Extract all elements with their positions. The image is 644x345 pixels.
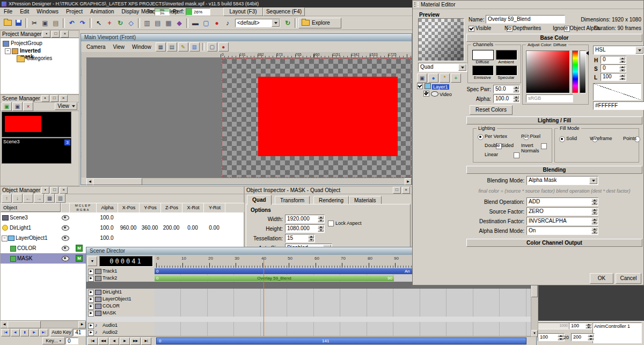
tessellation-field[interactable]: 15: [285, 234, 315, 243]
material-name-field[interactable]: Overlay 59_Blend: [486, 15, 565, 24]
delete-scene-icon[interactable]: ×: [23, 102, 33, 111]
color-mode-combo-arrow[interactable]: [635, 47, 643, 54]
column-header-badges[interactable]: MCLEPRGBA: [69, 203, 97, 213]
timeline-progress-bar[interactable]: 0 141: [156, 337, 526, 344]
reset-colors-button[interactable]: Reset Colors: [470, 105, 513, 115]
alpha-field[interactable]: 100.0: [493, 94, 520, 103]
srgb-field[interactable]: sRGB: [526, 94, 573, 102]
close-icon[interactable]: ×: [60, 95, 68, 102]
close-icon[interactable]: ×: [61, 31, 69, 38]
track-name-audio1[interactable]: ▶ ♪ Audio1: [86, 322, 155, 329]
collapse-icon[interactable]: −: [5, 48, 11, 54]
track-lane-audio2[interactable]: [155, 329, 531, 336]
move-tool-icon[interactable]: +: [104, 18, 115, 28]
cut-icon[interactable]: ✂: [29, 18, 40, 28]
column-header-xpos[interactable]: X-Pos: [118, 203, 140, 213]
open-project-icon[interactable]: [2, 18, 13, 28]
viewport-blend-icon[interactable]: ▥: [189, 42, 200, 52]
visibility-eye-icon[interactable]: [62, 225, 69, 231]
track-lane-dirlight1[interactable]: [155, 289, 531, 296]
hue-slider[interactable]: [572, 50, 579, 93]
nav-next-button[interactable]: ▶: [30, 329, 39, 336]
key-value-field[interactable]: 0: [65, 337, 78, 344]
specular-swatch[interactable]: [496, 65, 517, 76]
layer-visible-checkbox[interactable]: [417, 83, 423, 89]
expander-icon[interactable]: ▶: [88, 304, 94, 310]
menu-file[interactable]: File: [0, 9, 16, 14]
red-quad-object[interactable]: [258, 77, 398, 156]
menu-display[interactable]: Display: [118, 9, 143, 14]
scroll-right-icon[interactable]: ▶: [78, 321, 86, 328]
key-button[interactable]: Key...▼: [42, 337, 65, 344]
rewind-button[interactable]: ◀◀: [98, 337, 108, 345]
object-manager-hscrollbar[interactable]: ◀ ▶: [1, 320, 85, 328]
track-name-audio2[interactable]: ▶ ♪ Audio2: [86, 329, 155, 336]
menu-edit[interactable]: Edit: [16, 9, 33, 14]
track-name-mask[interactable]: ▶ MASK: [86, 310, 155, 317]
record-icon[interactable]: ●: [211, 18, 222, 28]
blend-operation-field[interactable]: ADD: [526, 197, 598, 206]
layer-tree-item-layer1[interactable]: Layer1: [417, 83, 449, 90]
column-header-yrot[interactable]: Y-Rot: [203, 203, 226, 213]
saturation-value-picker[interactable]: [526, 50, 570, 93]
scrollbar-thumb[interactable]: [8, 321, 41, 328]
expander-icon[interactable]: ▶: [88, 323, 94, 329]
explore-button[interactable]: Explore: [298, 18, 341, 28]
per-vertex-radio[interactable]: [478, 134, 484, 140]
scroll-right-icon[interactable]: ▶: [405, 178, 412, 185]
expander-icon[interactable]: ▶: [88, 290, 94, 296]
scene-thumbnail-2[interactable]: Scene3 3: [2, 138, 71, 164]
layers-icon[interactable]: ▣: [417, 74, 427, 83]
move-down-icon[interactable]: ↓: [12, 194, 23, 203]
track-lane-audio1[interactable]: [155, 322, 531, 329]
column-header-ypos[interactable]: Y-Pos: [139, 203, 162, 213]
outdent-icon[interactable]: ←: [23, 194, 33, 203]
column-header-zpos[interactable]: Z-Pos: [160, 203, 183, 213]
lightness-marker[interactable]: [586, 51, 589, 55]
table-row-dirlight1[interactable]: DirLight1 100.0 960.00 360.00 200.00 0.0…: [1, 223, 244, 233]
anim-value-1-spinner[interactable]: [558, 334, 564, 340]
blend-operation-spinner[interactable]: [591, 199, 597, 205]
align-horizontal-icon[interactable]: ▥: [142, 18, 152, 28]
nav-last-button[interactable]: ▶|: [39, 329, 48, 336]
save-icon[interactable]: [13, 18, 24, 28]
world-icon[interactable]: ●: [428, 74, 438, 83]
sequence-button[interactable]: Sequence (F4): [263, 8, 305, 16]
pin-icon[interactable]: ▪: [41, 187, 49, 194]
column-header-xrot[interactable]: X-Rot: [182, 203, 204, 213]
viewport-header[interactable]: Main Viewport (Front): [81, 34, 412, 42]
grid-snap-icon[interactable]: ▦: [163, 18, 174, 28]
anim-controller-item[interactable]: AnimController 1: [594, 324, 630, 329]
spec-pwr-spinner[interactable]: [513, 86, 519, 92]
material-editor-header[interactable]: Material Editor: [413, 1, 643, 9]
lock-aspect-checkbox[interactable]: [328, 221, 334, 226]
viewport-menu-window[interactable]: Window: [129, 44, 155, 50]
blending-mode-combo-arrow[interactable]: [589, 177, 597, 184]
width-field[interactable]: 1920.000: [285, 215, 325, 223]
viewport-menu-camera[interactable]: Camera: [83, 44, 109, 50]
lightness-spinner[interactable]: [619, 74, 625, 80]
preview-shape-combo-arrow[interactable]: [458, 64, 466, 71]
select-tool-icon[interactable]: ↖: [93, 18, 104, 28]
object-inspector-header[interactable]: Object Inspector - MASK - Quad Object □ …: [245, 187, 412, 194]
diffuse-swatch[interactable]: [472, 50, 494, 60]
anim-controller-list[interactable]: AnimController 1: [592, 322, 642, 343]
track-name-dirlight1[interactable]: ▶ DirLight1: [86, 289, 155, 296]
menu-animation[interactable]: Animation: [86, 9, 118, 14]
columns-icon[interactable]: ▥: [55, 194, 65, 203]
visibility-eye-icon[interactable]: [62, 215, 69, 221]
viewport-wireframe-icon[interactable]: ▤: [167, 42, 177, 52]
anim-value-field-1[interactable]: 100: [538, 333, 565, 341]
source-factor-field[interactable]: ZERO: [526, 207, 598, 216]
expander-icon[interactable]: ▶: [88, 311, 94, 317]
new-scene-icon[interactable]: ▣: [2, 102, 12, 111]
column-header-alpha[interactable]: Alpha: [96, 203, 119, 213]
track-name-color[interactable]: ▶ COLOR: [86, 303, 155, 310]
visibility-eye-icon[interactable]: [62, 246, 69, 251]
redo-icon[interactable]: ↷: [77, 18, 88, 28]
alpha-spinner[interactable]: [513, 96, 519, 102]
table-row-scene3[interactable]: Scene3 100.0: [1, 212, 244, 223]
pin-icon[interactable]: ▪: [42, 31, 50, 38]
nav-prev-button[interactable]: ◀: [11, 329, 20, 336]
collapse-icon[interactable]: −: [2, 236, 8, 241]
